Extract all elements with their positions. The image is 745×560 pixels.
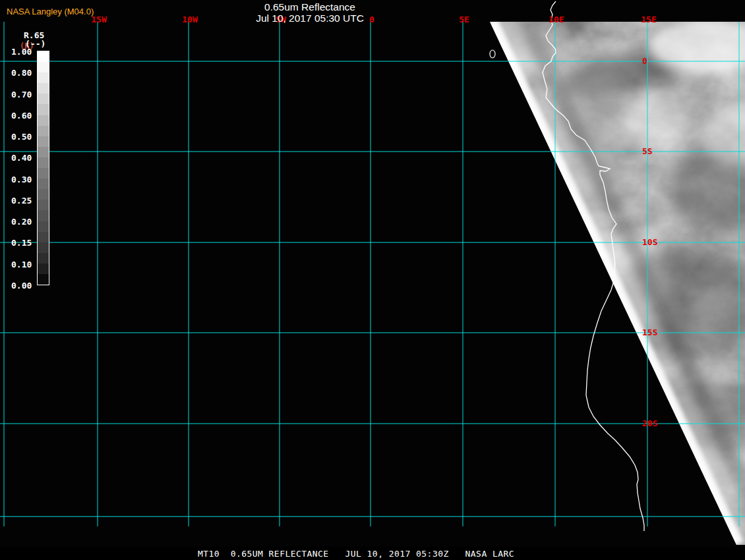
agency-label: NASA Langley (M04.0): [7, 7, 94, 16]
colorbar-tick-label: 0.70: [11, 90, 40, 99]
bright-cloud-patch: [623, 94, 696, 144]
latitude-label: 15S: [642, 327, 658, 337]
colorbar-tick-label: 0.00: [11, 281, 40, 290]
latitude-label: 10S: [642, 237, 658, 247]
longitude-label: 0: [369, 14, 374, 24]
longitude-label: 10E: [549, 14, 564, 24]
colorbar-units-label: (--): [25, 39, 45, 49]
latitude-label: 20S: [642, 418, 658, 428]
colorbar-tick-label: 0.60: [11, 111, 40, 120]
latitude-label: 5S: [642, 146, 653, 156]
longitude-label: 10W: [182, 14, 198, 24]
colorbar-tick-label: 0.40: [11, 153, 40, 162]
satellite-map-canvas: 15W10W5W05E10E15E05S10S15S20S: [0, 0, 745, 547]
map-title: 0.65um Reflectance: [264, 1, 355, 13]
colorbar-strip: [37, 51, 49, 285]
longitude-label: 5E: [459, 14, 469, 24]
longitude-label: 15E: [641, 14, 656, 24]
satellite-image-viewer: 15W10W5W05E10E15E05S10S15S20S NASA Langl…: [0, 0, 745, 560]
colorbar-tick-label: 0.80: [11, 68, 40, 77]
map-timestamp: Jul 10, 2017 05:30 UTC: [256, 13, 364, 24]
colorbar-tick-label: 0.50: [11, 132, 40, 141]
latitude-label: 0: [642, 56, 647, 66]
footer-caption: MT10 0.65UM REFLECTANCE JUL 10, 2017 05:…: [198, 549, 514, 559]
colorbar-tick-label: 0.30: [11, 175, 40, 184]
colorbar-tick-label: 0.10: [11, 260, 40, 269]
colorbar-tick-label: 0.15: [11, 238, 40, 247]
colorbar-tick-label: 0.25: [11, 196, 40, 205]
footer-bar: MT10 0.65UM REFLECTANCE JUL 10, 2017 05:…: [0, 547, 745, 560]
colorbar-tick-label: 0.20: [11, 217, 40, 226]
